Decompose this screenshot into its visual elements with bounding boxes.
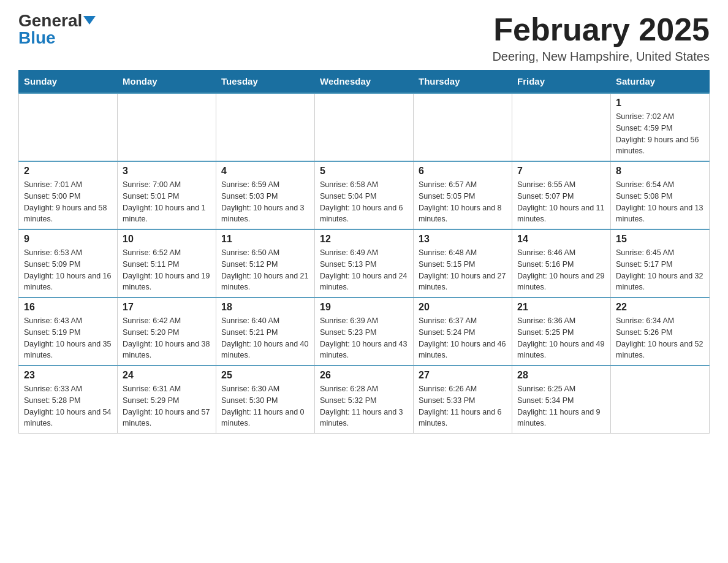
calendar-day-cell: [216, 93, 315, 161]
day-number: 22: [616, 302, 704, 313]
day-sun-info: Sunrise: 6:43 AMSunset: 5:19 PMDaylight:…: [24, 315, 112, 361]
day-sun-info: Sunrise: 6:26 AMSunset: 5:33 PMDaylight:…: [419, 383, 507, 429]
day-number: 21: [517, 302, 605, 313]
calendar-week-row: 2Sunrise: 7:01 AMSunset: 5:00 PMDaylight…: [19, 161, 710, 229]
day-of-week-header: Saturday: [611, 70, 710, 93]
day-of-week-header: Tuesday: [216, 70, 315, 93]
day-sun-info: Sunrise: 6:39 AMSunset: 5:23 PMDaylight:…: [320, 315, 408, 361]
logo-arrow-icon: [83, 16, 96, 25]
title-block: February 2025 Deering, New Hampshire, Un…: [492, 12, 710, 64]
day-sun-info: Sunrise: 6:25 AMSunset: 5:34 PMDaylight:…: [517, 383, 605, 429]
calendar-header-row: SundayMondayTuesdayWednesdayThursdayFrid…: [19, 70, 710, 93]
day-number: 25: [221, 370, 309, 381]
day-of-week-header: Sunday: [19, 70, 118, 93]
calendar-day-cell: 6Sunrise: 6:57 AMSunset: 5:05 PMDaylight…: [414, 161, 512, 229]
month-year-title: February 2025: [492, 12, 710, 47]
calendar-week-row: 1Sunrise: 7:02 AMSunset: 4:59 PMDaylight…: [19, 93, 710, 161]
calendar-day-cell: 3Sunrise: 7:00 AMSunset: 5:01 PMDaylight…: [118, 161, 216, 229]
day-number: 28: [517, 370, 605, 381]
day-number: 9: [24, 234, 112, 245]
calendar-day-cell: 8Sunrise: 6:54 AMSunset: 5:08 PMDaylight…: [611, 161, 710, 229]
day-sun-info: Sunrise: 6:49 AMSunset: 5:13 PMDaylight:…: [320, 247, 408, 293]
calendar-day-cell: 15Sunrise: 6:45 AMSunset: 5:17 PMDayligh…: [611, 229, 710, 297]
day-number: 8: [616, 166, 704, 177]
day-sun-info: Sunrise: 6:50 AMSunset: 5:12 PMDaylight:…: [221, 247, 309, 293]
calendar-day-cell: 25Sunrise: 6:30 AMSunset: 5:30 PMDayligh…: [216, 366, 315, 434]
day-number: 13: [419, 234, 507, 245]
calendar-day-cell: 2Sunrise: 7:01 AMSunset: 5:00 PMDaylight…: [19, 161, 118, 229]
calendar-day-cell: [315, 93, 414, 161]
day-number: 26: [320, 370, 408, 381]
day-sun-info: Sunrise: 6:54 AMSunset: 5:08 PMDaylight:…: [616, 179, 704, 225]
calendar-day-cell: 24Sunrise: 6:31 AMSunset: 5:29 PMDayligh…: [118, 366, 216, 434]
calendar-day-cell: 4Sunrise: 6:59 AMSunset: 5:03 PMDaylight…: [216, 161, 315, 229]
day-sun-info: Sunrise: 7:00 AMSunset: 5:01 PMDaylight:…: [123, 179, 211, 225]
day-sun-info: Sunrise: 6:37 AMSunset: 5:24 PMDaylight:…: [419, 315, 507, 361]
calendar-day-cell: 7Sunrise: 6:55 AMSunset: 5:07 PMDaylight…: [512, 161, 611, 229]
calendar-day-cell: [118, 93, 216, 161]
day-sun-info: Sunrise: 6:55 AMSunset: 5:07 PMDaylight:…: [517, 179, 605, 225]
calendar-day-cell: 13Sunrise: 6:48 AMSunset: 5:15 PMDayligh…: [414, 229, 512, 297]
day-number: 2: [24, 166, 112, 177]
day-sun-info: Sunrise: 6:46 AMSunset: 5:16 PMDaylight:…: [517, 247, 605, 293]
calendar-day-cell: 11Sunrise: 6:50 AMSunset: 5:12 PMDayligh…: [216, 229, 315, 297]
calendar-week-row: 23Sunrise: 6:33 AMSunset: 5:28 PMDayligh…: [19, 366, 710, 434]
calendar-week-row: 16Sunrise: 6:43 AMSunset: 5:19 PMDayligh…: [19, 297, 710, 366]
day-number: 14: [517, 234, 605, 245]
calendar-day-cell: 5Sunrise: 6:58 AMSunset: 5:04 PMDaylight…: [315, 161, 414, 229]
calendar-day-cell: 19Sunrise: 6:39 AMSunset: 5:23 PMDayligh…: [315, 297, 414, 366]
calendar-day-cell: 12Sunrise: 6:49 AMSunset: 5:13 PMDayligh…: [315, 229, 414, 297]
day-number: 7: [517, 166, 605, 177]
day-sun-info: Sunrise: 6:48 AMSunset: 5:15 PMDaylight:…: [419, 247, 507, 293]
calendar-day-cell: [512, 93, 611, 161]
calendar-day-cell: [19, 93, 118, 161]
day-number: 5: [320, 166, 408, 177]
calendar-day-cell: 26Sunrise: 6:28 AMSunset: 5:32 PMDayligh…: [315, 366, 414, 434]
day-sun-info: Sunrise: 6:34 AMSunset: 5:26 PMDaylight:…: [616, 315, 704, 361]
day-sun-info: Sunrise: 6:31 AMSunset: 5:29 PMDaylight:…: [123, 383, 211, 429]
day-of-week-header: Thursday: [414, 70, 512, 93]
calendar-day-cell: 21Sunrise: 6:36 AMSunset: 5:25 PMDayligh…: [512, 297, 611, 366]
day-sun-info: Sunrise: 6:59 AMSunset: 5:03 PMDaylight:…: [221, 179, 309, 225]
calendar-table: SundayMondayTuesdayWednesdayThursdayFrid…: [18, 70, 710, 434]
calendar-day-cell: 1Sunrise: 7:02 AMSunset: 4:59 PMDaylight…: [611, 93, 710, 161]
day-sun-info: Sunrise: 6:52 AMSunset: 5:11 PMDaylight:…: [123, 247, 211, 293]
day-sun-info: Sunrise: 6:28 AMSunset: 5:32 PMDaylight:…: [320, 383, 408, 429]
page-header: General Blue February 2025 Deering, New …: [18, 12, 710, 64]
day-number: 20: [419, 302, 507, 313]
day-of-week-header: Wednesday: [315, 70, 414, 93]
day-number: 4: [221, 166, 309, 177]
day-number: 16: [24, 302, 112, 313]
day-sun-info: Sunrise: 6:45 AMSunset: 5:17 PMDaylight:…: [616, 247, 704, 293]
day-number: 17: [123, 302, 211, 313]
calendar-week-row: 9Sunrise: 6:53 AMSunset: 5:09 PMDaylight…: [19, 229, 710, 297]
calendar-day-cell: [611, 366, 710, 434]
day-sun-info: Sunrise: 6:30 AMSunset: 5:30 PMDaylight:…: [221, 383, 309, 429]
day-sun-info: Sunrise: 6:40 AMSunset: 5:21 PMDaylight:…: [221, 315, 309, 361]
day-of-week-header: Friday: [512, 70, 611, 93]
day-number: 11: [221, 234, 309, 245]
day-sun-info: Sunrise: 6:42 AMSunset: 5:20 PMDaylight:…: [123, 315, 211, 361]
day-number: 3: [123, 166, 211, 177]
day-sun-info: Sunrise: 7:02 AMSunset: 4:59 PMDaylight:…: [616, 111, 704, 157]
location-subtitle: Deering, New Hampshire, United States: [492, 50, 710, 64]
day-number: 12: [320, 234, 408, 245]
day-sun-info: Sunrise: 6:58 AMSunset: 5:04 PMDaylight:…: [320, 179, 408, 225]
logo: General Blue: [18, 12, 96, 47]
logo-general-text: General: [18, 12, 96, 29]
calendar-day-cell: 27Sunrise: 6:26 AMSunset: 5:33 PMDayligh…: [414, 366, 512, 434]
day-sun-info: Sunrise: 7:01 AMSunset: 5:00 PMDaylight:…: [24, 179, 112, 225]
day-number: 23: [24, 370, 112, 381]
day-number: 18: [221, 302, 309, 313]
calendar-day-cell: 28Sunrise: 6:25 AMSunset: 5:34 PMDayligh…: [512, 366, 611, 434]
day-number: 6: [419, 166, 507, 177]
calendar-day-cell: 9Sunrise: 6:53 AMSunset: 5:09 PMDaylight…: [19, 229, 118, 297]
day-number: 1: [616, 98, 704, 109]
calendar-day-cell: 22Sunrise: 6:34 AMSunset: 5:26 PMDayligh…: [611, 297, 710, 366]
day-sun-info: Sunrise: 6:53 AMSunset: 5:09 PMDaylight:…: [24, 247, 112, 293]
day-sun-info: Sunrise: 6:33 AMSunset: 5:28 PMDaylight:…: [24, 383, 112, 429]
day-number: 10: [123, 234, 211, 245]
day-sun-info: Sunrise: 6:57 AMSunset: 5:05 PMDaylight:…: [419, 179, 507, 225]
calendar-day-cell: 14Sunrise: 6:46 AMSunset: 5:16 PMDayligh…: [512, 229, 611, 297]
day-number: 15: [616, 234, 704, 245]
